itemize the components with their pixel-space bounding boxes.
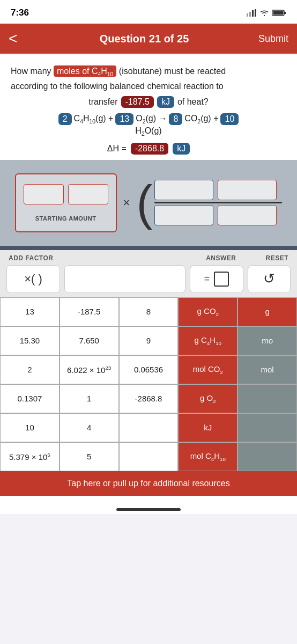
multiply-symbol: × xyxy=(123,196,130,210)
coeff1: 2 xyxy=(58,113,72,125)
key-4[interactable]: 4 xyxy=(60,413,119,442)
fraction-divider xyxy=(154,202,282,203)
calc-visual-area: STARTING AMOUNT × ( xyxy=(0,160,297,246)
key-8[interactable]: 8 xyxy=(119,297,179,326)
open-paren-icon: ( xyxy=(136,179,152,227)
bottom-bar xyxy=(0,496,297,514)
svg-rect-0 xyxy=(247,13,248,17)
calc-top-row: ×( ) = ↺ xyxy=(0,263,297,297)
key-neg187[interactable]: -187.5 xyxy=(60,297,119,326)
key-kj[interactable]: kJ xyxy=(178,413,237,442)
fraction-bottom-right[interactable] xyxy=(218,205,277,225)
status-time: 7:36 xyxy=(11,8,29,18)
answer-label: ANSWER xyxy=(206,254,236,262)
key-2[interactable]: 2 xyxy=(0,355,60,384)
back-button[interactable]: < xyxy=(9,30,30,47)
sa-numerator-input[interactable] xyxy=(24,184,64,204)
key-molc4h10[interactable]: mol C4H10 xyxy=(178,442,237,471)
add-factor-button[interactable]: ×( ) xyxy=(6,265,60,293)
answer-button[interactable]: = xyxy=(190,265,243,293)
question-line2: according to the following balanced chem… xyxy=(11,82,224,91)
question-text: How many moles of C4H10 (isobutane) must… xyxy=(11,64,286,93)
starting-amount-box: STARTING AMOUNT xyxy=(15,173,117,232)
header-title: Question 21 of 25 xyxy=(30,33,258,45)
key-gc4h10[interactable]: g C4H10 xyxy=(178,326,237,355)
key-empty6 xyxy=(119,442,179,471)
submit-button[interactable]: Submit xyxy=(258,33,288,45)
starting-amount-inputs xyxy=(24,184,108,204)
status-icons xyxy=(247,9,286,17)
key-empty4 xyxy=(237,384,297,413)
factor-input-field[interactable] xyxy=(64,265,185,293)
key-5379e5[interactable]: 5.379 × 105 xyxy=(0,442,60,471)
key-1[interactable]: 1 xyxy=(60,384,119,413)
equation-line: 2 C4H10(g) + 13 O2(g) → 8 CO2(g) + 10 xyxy=(11,113,286,125)
fraction-container: ( xyxy=(136,179,282,227)
sa-denominator-input[interactable] xyxy=(68,184,108,204)
key-avogadro[interactable]: 6.022 × 1023 xyxy=(60,355,119,384)
fraction-bottom-row xyxy=(154,205,282,225)
key-empty6b xyxy=(237,442,297,471)
header: < Question 21 of 25 Submit xyxy=(0,24,297,54)
highlight-mol: moles of C4H10 xyxy=(54,65,116,77)
svg-rect-6 xyxy=(273,11,284,15)
battery-icon xyxy=(272,9,286,17)
transfer-value: -187.5 xyxy=(121,96,154,108)
h2o-line: H2O(g) xyxy=(11,126,286,137)
svg-rect-2 xyxy=(252,10,254,17)
fraction-top-right[interactable] xyxy=(218,180,277,200)
key-mo[interactable]: mo xyxy=(237,326,297,355)
footer[interactable]: Tap here or pull up for additional resou… xyxy=(0,471,297,496)
coeff2: 13 xyxy=(115,113,133,125)
svg-rect-5 xyxy=(284,12,286,14)
key-go2[interactable]: g O2 xyxy=(178,384,237,413)
wifi-icon xyxy=(259,9,269,17)
status-bar: 7:36 xyxy=(0,0,297,24)
fraction-stack xyxy=(154,180,282,225)
unit-kj: kJ xyxy=(157,96,174,108)
footer-text: Tap here or pull up for additional resou… xyxy=(67,479,229,488)
delta-line: ΔH = -2868.8 kJ xyxy=(11,143,286,155)
key-empty5 xyxy=(119,413,179,442)
key-gco2[interactable]: g CO2 xyxy=(178,297,237,326)
reset-button[interactable]: ↺ xyxy=(248,265,291,293)
coeff3: 8 xyxy=(169,113,182,125)
keypad-grid: 13 -187.5 8 g CO2 g 15.30 7.650 9 g C4H1… xyxy=(0,297,297,471)
fraction-bottom-left[interactable] xyxy=(154,205,213,225)
key-mol[interactable]: mol xyxy=(237,355,297,384)
reset-label: RESET xyxy=(265,254,288,262)
key-10[interactable]: 10 xyxy=(0,413,60,442)
key-neg28688[interactable]: -2868.8 xyxy=(119,384,179,413)
key-1530[interactable]: 15.30 xyxy=(0,326,60,355)
signal-icon xyxy=(247,9,256,17)
calc-panel: ADD FACTOR ANSWER RESET ×( ) = ↺ 13 -187… xyxy=(0,250,297,471)
key-molco2[interactable]: mol CO2 xyxy=(178,355,237,384)
key-01307[interactable]: 0.1307 xyxy=(0,384,60,413)
question-line3: transfer -187.5 kJ of heat? xyxy=(11,96,286,108)
svg-rect-1 xyxy=(249,12,251,17)
key-006536[interactable]: 0.06536 xyxy=(119,355,179,384)
svg-rect-3 xyxy=(255,9,256,17)
fraction-top-row xyxy=(154,180,282,200)
answer-display-box xyxy=(214,272,229,287)
equals-label: = xyxy=(204,273,210,284)
panel-divider xyxy=(0,246,297,250)
delta-value: -2868.8 xyxy=(131,143,168,155)
fraction-top-left[interactable] xyxy=(154,180,213,200)
question-line1: How many moles of C4H10 (isobutane) must… xyxy=(11,65,226,77)
add-factor-label: ADD FACTOR xyxy=(9,254,53,262)
key-7650[interactable]: 7.650 xyxy=(60,326,119,355)
key-9[interactable]: 9 xyxy=(119,326,179,355)
key-empty5b xyxy=(237,413,297,442)
starting-amount-label: STARTING AMOUNT xyxy=(35,215,96,222)
calc-labels-row: ADD FACTOR ANSWER RESET xyxy=(0,250,297,263)
key-g-partial[interactable]: g xyxy=(237,297,297,326)
reset-icon: ↺ xyxy=(263,270,275,287)
coeff4: 10 xyxy=(220,113,239,125)
delta-unit: kJ xyxy=(173,143,190,155)
factor-btn-label: ×( ) xyxy=(24,272,42,286)
question-area: How many moles of C4H10 (isobutane) must… xyxy=(0,54,297,160)
key-5[interactable]: 5 xyxy=(60,442,119,471)
key-13[interactable]: 13 xyxy=(0,297,60,326)
home-indicator xyxy=(116,508,181,511)
